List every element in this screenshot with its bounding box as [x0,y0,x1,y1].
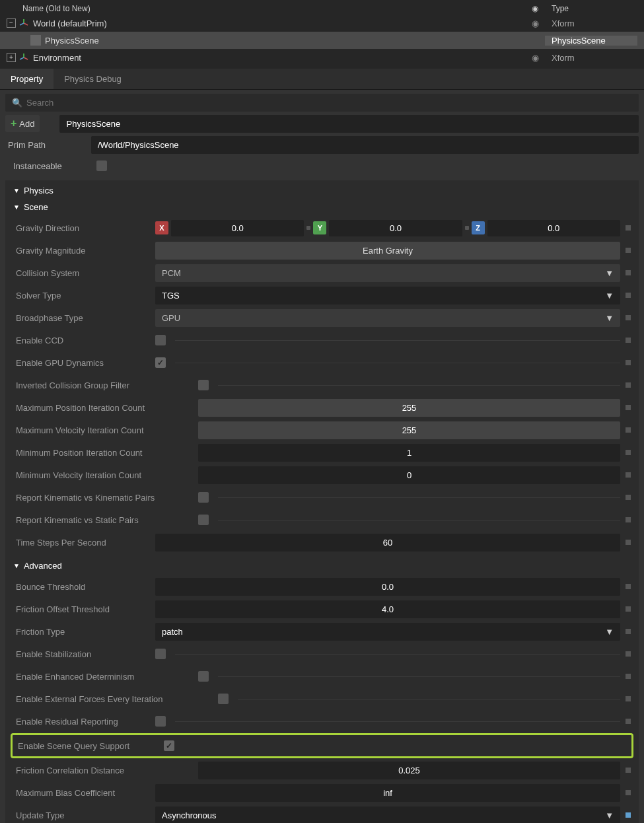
divider [175,340,620,341]
tree-label: World (defaultPrim) [33,18,525,28]
friction-offset-threshold-input[interactable] [155,600,620,618]
reset-dot[interactable] [626,629,631,634]
reset-dot[interactable] [626,517,631,522]
reset-dot[interactable] [626,225,631,231]
solver-type-dropdown[interactable]: TGS ▼ [155,287,620,304]
friction-type-dropdown[interactable]: patch ▼ [155,623,620,641]
tree-row-environment[interactable]: + Environment ◉ Xform [0,49,644,66]
reset-dot[interactable] [626,248,631,253]
instanceable-checkbox[interactable] [96,161,107,171]
advanced-title: Advanced [24,561,62,571]
min-vel-iter-input[interactable] [198,466,620,484]
enable-scene-query-checkbox[interactable]: ✓ [164,740,174,751]
chevron-down-icon: ▼ [13,562,20,569]
gravity-magnitude-button[interactable]: Earth Gravity [155,242,620,260]
reset-dot[interactable] [626,812,631,818]
reset-dot[interactable] [626,584,631,589]
visibility-icon[interactable]: ◉ [525,18,545,28]
enable-stabilization-label: Enable Stabilization [13,649,155,659]
expand-icon[interactable]: + [7,53,16,62]
reset-dot[interactable] [626,719,631,724]
update-type-label: Update Type [13,810,155,820]
reset-dot[interactable] [626,427,631,433]
friction-type-label: Friction Type [13,627,155,637]
friction-correlation-distance-input[interactable] [198,762,620,779]
tab-physics-debug[interactable]: Physics Debug [54,69,132,89]
reset-dot[interactable] [626,790,631,795]
time-steps-input[interactable] [155,534,620,552]
collision-system-dropdown[interactable]: PCM ▼ [155,264,620,282]
scene-section-header[interactable]: ▼ Scene [13,202,631,212]
report-kin-kin-label: Report Kinematic vs Kinematic Pairs [13,493,198,503]
prim-icon [30,35,41,46]
gravity-z-input[interactable] [487,220,620,236]
report-kin-static-checkbox[interactable] [198,515,209,525]
reset-dot[interactable] [626,472,631,478]
reset-dot[interactable] [626,540,631,545]
reset-dot[interactable] [626,405,631,410]
inverted-collision-filter-checkbox[interactable] [198,380,209,390]
tree-header-name[interactable]: Name (Old to New) [7,4,525,13]
reset-dot[interactable] [626,382,631,388]
reset-dot[interactable] [626,450,631,455]
physics-section-header[interactable]: ▼ Physics [13,186,631,196]
reset-dot[interactable] [626,606,631,612]
tab-property[interactable]: Property [0,69,54,89]
physics-title: Physics [24,186,54,196]
enable-gpu-dynamics-label: Enable GPU Dynamics [13,358,155,368]
friction-correlation-distance-label: Friction Correlation Distance [13,766,198,775]
min-pos-iter-input[interactable] [198,444,620,462]
enable-enhanced-determinism-checkbox[interactable] [198,671,209,682]
update-type-dropdown[interactable]: Asynchronous ▼ [155,806,620,824]
advanced-section-header[interactable]: ▼ Advanced [13,561,631,571]
bounce-threshold-label: Bounce Threshold [13,582,155,592]
chevron-down-icon: ▼ [13,187,20,194]
link-dot[interactable] [306,226,310,230]
enable-ccd-checkbox[interactable] [155,335,166,345]
enable-residual-reporting-checkbox[interactable] [155,716,166,727]
maximum-bias-coefficient-input[interactable] [155,784,620,802]
enable-gpu-dynamics-checkbox[interactable]: ✓ [155,357,166,368]
report-kin-kin-checkbox[interactable] [198,492,209,503]
reset-dot[interactable] [626,651,631,657]
visibility-icon[interactable]: ◉ [525,53,545,63]
tree-row-world[interactable]: − World (defaultPrim) ◉ Xform [0,15,644,32]
reset-dot[interactable] [626,495,631,500]
reset-dot[interactable] [626,768,631,773]
enable-enhanced-determinism-label: Enable Enhanced Determinism [13,672,198,682]
divider [175,363,620,363]
max-vel-iter-label: Maximum Velocity Iteration Count [13,425,198,435]
inverted-collision-filter-label: Inverted Collision Group Filter [13,380,198,390]
bounce-threshold-input[interactable] [155,578,620,596]
search-input[interactable] [26,98,632,108]
tree-header-type[interactable]: Type [545,4,637,13]
search-row: 🔍 [5,94,639,112]
reset-dot[interactable] [626,293,631,298]
divider [218,497,620,498]
maximum-bias-coefficient-label: Maximum Bias Coefficient [13,788,155,798]
highlight-box: Enable Scene Query Support ✓ [11,733,633,758]
reset-dot[interactable] [626,696,631,701]
collapse-icon[interactable]: − [7,18,16,28]
add-button[interactable]: + Add [5,115,40,132]
prim-path-field[interactable] [91,136,639,154]
gravity-x-input[interactable] [171,220,304,236]
check-icon: ✓ [157,358,164,367]
gravity-y-input[interactable] [329,220,462,236]
max-pos-iter-input[interactable] [198,399,620,417]
enable-stabilization-checkbox[interactable] [155,649,166,659]
tree-row-physicsscene[interactable]: PhysicsScene PhysicsScene [0,32,644,49]
chevron-down-icon: ▼ [605,313,614,323]
link-dot[interactable] [465,226,469,230]
xform-icon [18,18,29,28]
reset-dot[interactable] [626,360,631,365]
reset-dot[interactable] [626,315,631,320]
broadphase-type-dropdown[interactable]: GPU ▼ [155,309,620,327]
reset-dot[interactable] [626,270,631,275]
max-vel-iter-input[interactable] [198,421,620,439]
name-field[interactable] [59,115,639,133]
enable-external-forces-checkbox[interactable] [218,694,229,704]
reset-dot[interactable] [626,338,631,343]
collision-system-label: Collision System [13,268,155,278]
reset-dot[interactable] [626,674,631,679]
